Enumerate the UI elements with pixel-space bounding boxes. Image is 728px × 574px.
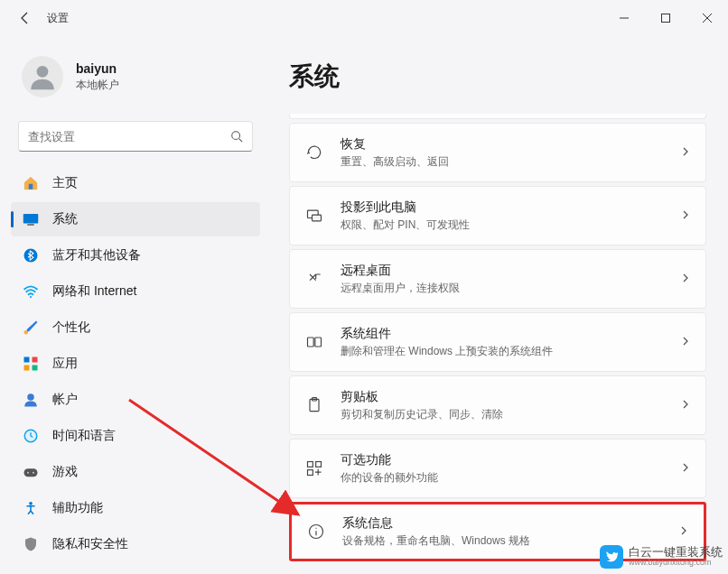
system-icon — [22, 210, 40, 228]
nav-item-accounts[interactable]: 帐户 — [11, 383, 260, 417]
card-title: 远程桌面 — [341, 263, 680, 279]
profile-block[interactable]: baiyun 本地帐户 — [11, 45, 260, 116]
nav-label: 时间和语言 — [52, 428, 116, 444]
svg-rect-5 — [29, 184, 33, 190]
nav-item-personalization[interactable]: 个性化 — [11, 310, 260, 345]
nav-label: 帐户 — [52, 392, 78, 408]
svg-rect-23 — [308, 338, 314, 347]
card-recovery[interactable]: 恢复 重置、高级启动、返回 — [289, 123, 706, 182]
bird-icon — [604, 550, 619, 564]
card-optional-features[interactable]: 可选功能 你的设备的额外功能 — [289, 439, 706, 498]
info-icon — [306, 522, 326, 542]
svg-rect-27 — [308, 462, 313, 468]
chevron-right-icon — [678, 524, 689, 539]
svg-point-2 — [37, 66, 49, 78]
card-sub: 权限、配对 PIN、可发现性 — [341, 218, 680, 233]
nav-label: 主页 — [52, 175, 78, 191]
nav-label: 隐私和安全性 — [52, 536, 128, 552]
search-icon — [230, 130, 243, 143]
brush-icon — [22, 319, 40, 337]
nav-item-apps[interactable]: 应用 — [11, 347, 260, 381]
card-sub: 重置、高级启动、返回 — [341, 154, 680, 170]
gaming-icon — [22, 463, 40, 481]
chevron-right-icon — [680, 272, 691, 286]
close-icon — [703, 14, 712, 23]
nav-label: 蓝牙和其他设备 — [52, 247, 141, 264]
svg-rect-24 — [315, 338, 322, 347]
card-sub: 剪切和复制历史记录、同步、清除 — [341, 407, 680, 422]
chevron-right-icon — [680, 461, 691, 476]
svg-rect-17 — [24, 468, 38, 477]
watermark-badge — [600, 545, 623, 569]
svg-point-15 — [27, 393, 34, 401]
svg-rect-12 — [33, 357, 38, 363]
nav-list: 主页 系统 蓝牙和其他设备 网络和 Internet — [11, 166, 260, 561]
svg-line-4 — [239, 139, 243, 143]
card-remote-desktop[interactable]: 远程桌面 远程桌面用户，连接权限 — [289, 249, 706, 309]
minimize-icon — [620, 14, 629, 23]
card-title: 可选功能 — [341, 452, 680, 468]
chevron-right-icon — [680, 398, 691, 412]
watermark-text: 白云一键重装系统 — [629, 546, 723, 559]
window-controls — [603, 4, 728, 32]
search-input[interactable] — [28, 130, 230, 144]
nav-item-time-language[interactable]: 时间和语言 — [11, 419, 260, 453]
nav-label: 游戏 — [52, 464, 78, 480]
arrow-left-icon — [18, 11, 33, 25]
svg-rect-6 — [23, 214, 39, 224]
components-icon — [304, 332, 324, 352]
titlebar: 设置 — [0, 0, 728, 36]
svg-rect-11 — [24, 357, 30, 363]
features-icon — [304, 458, 324, 478]
person-icon — [27, 61, 58, 92]
apps-icon — [22, 355, 40, 373]
nav-item-system[interactable]: 系统 — [11, 202, 260, 236]
shield-icon — [22, 535, 40, 553]
svg-rect-1 — [662, 14, 670, 23]
maximize-button[interactable] — [645, 4, 686, 32]
main-panel: 系统 恢复 重置、高级启动、返回 投影到此电脑 权限、配对 PIN、可发现性 — [271, 36, 728, 574]
profile-subtitle: 本地帐户 — [76, 78, 119, 93]
card-system-components[interactable]: 系统组件 删除和管理在 Windows 上预安装的系统组件 — [289, 312, 706, 372]
nav-label: 应用 — [52, 356, 78, 372]
nav-item-home[interactable]: 主页 — [11, 166, 260, 200]
back-button[interactable] — [11, 4, 40, 32]
svg-point-10 — [24, 330, 29, 335]
chevron-right-icon — [680, 335, 691, 349]
svg-point-3 — [232, 132, 240, 140]
home-icon — [22, 174, 40, 192]
card-title: 投影到此电脑 — [341, 199, 680, 216]
svg-rect-13 — [24, 366, 30, 371]
nav-item-bluetooth[interactable]: 蓝牙和其他设备 — [11, 238, 260, 273]
svg-point-20 — [29, 502, 33, 505]
card-project[interactable]: 投影到此电脑 权限、配对 PIN、可发现性 — [289, 186, 706, 245]
recovery-icon — [304, 143, 324, 162]
card-title: 系统组件 — [341, 326, 680, 342]
nav-item-gaming[interactable]: 游戏 — [11, 455, 260, 489]
wifi-icon — [22, 282, 40, 301]
project-icon — [304, 206, 324, 226]
card-title: 剪贴板 — [341, 389, 680, 405]
card-clipboard[interactable]: 剪贴板 剪切和复制历史记录、同步、清除 — [289, 375, 706, 435]
minimize-button[interactable] — [603, 4, 645, 32]
clipboard-icon — [304, 395, 324, 415]
svg-rect-22 — [313, 215, 322, 221]
card-sub: 删除和管理在 Windows 上预安装的系统组件 — [341, 344, 680, 359]
remote-icon — [304, 269, 324, 289]
chevron-right-icon — [680, 208, 691, 223]
card-partial-top — [289, 114, 706, 119]
nav-item-accessibility[interactable]: 辅助功能 — [11, 491, 260, 525]
watermark-url: www.baiyunxitong.com — [629, 559, 723, 567]
card-sub: 远程桌面用户，连接权限 — [341, 281, 680, 296]
close-button[interactable] — [686, 4, 728, 32]
profile-name: baiyun — [76, 61, 119, 76]
watermark: 白云一键重装系统 www.baiyunxitong.com — [600, 545, 723, 569]
nav-label: 个性化 — [52, 319, 90, 336]
search-box[interactable] — [18, 121, 253, 152]
accessibility-icon — [22, 499, 40, 517]
svg-rect-7 — [27, 224, 34, 226]
sidebar: baiyun 本地帐户 主页 系统 — [0, 36, 271, 574]
bluetooth-icon — [22, 246, 40, 264]
nav-item-privacy[interactable]: 隐私和安全性 — [11, 527, 260, 561]
nav-item-network[interactable]: 网络和 Internet — [11, 274, 260, 309]
